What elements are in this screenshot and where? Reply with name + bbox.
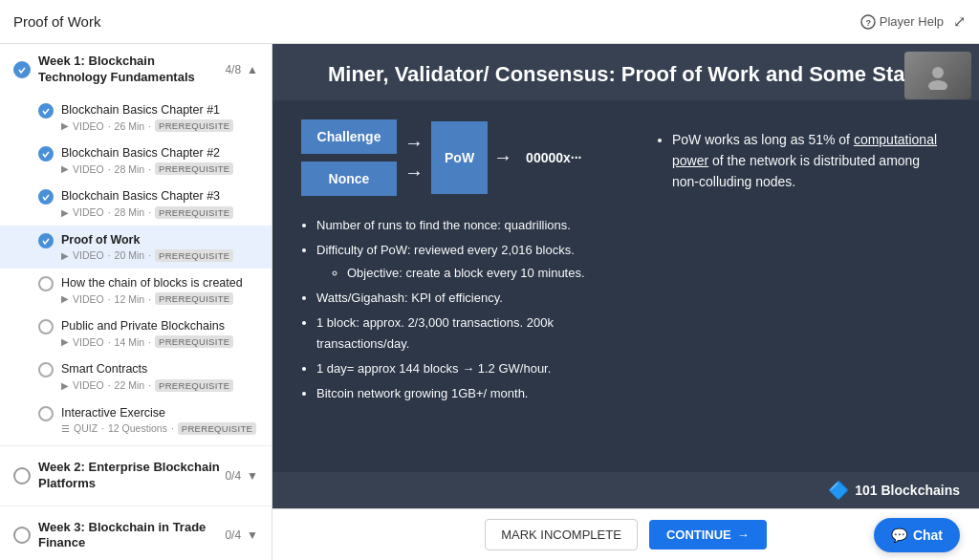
week-3-header[interactable]: Week 3: Blockchain in Trade Finance 0/4 … (0, 510, 272, 560)
week-2-header[interactable]: Week 2: Enterprise Blockchain Platforms … (0, 450, 272, 502)
lesson-item-2[interactable]: Blockchain Basics Chapter #2 ▶ VIDEO · 2… (0, 139, 272, 182)
lesson-4-duration: 20 Min (115, 249, 145, 261)
slide-footer: 🔷 101 Blockchains (272, 472, 979, 508)
lesson-3-duration: 28 Min (115, 206, 145, 218)
slide-title: Miner, Validator/ Consensus: Proof of Wo… (301, 61, 950, 89)
lesson-5-type: VIDEO (73, 293, 104, 305)
lesson-8-circle (38, 406, 54, 421)
lesson-4-title: Proof of Work (61, 232, 258, 248)
lesson-7-title: Smart Contracts (61, 361, 258, 377)
lesson-4-circle (38, 233, 54, 248)
week-3-circle (13, 527, 31, 544)
nonce-box: Nonce (301, 162, 397, 196)
slide-right-panel: PoW works as long as 51% of computationa… (655, 119, 950, 459)
lesson-3-type: VIDEO (73, 206, 104, 218)
lesson-6-tag: PREREQUISITE (155, 335, 233, 348)
bullet-2: Difficulty of PoW: reviewed every 2,016 … (316, 240, 626, 284)
svg-point-2 (932, 67, 944, 78)
content-area: › Miner, Validator/ Consensus: Proof of … (272, 44, 979, 560)
lesson-item-8[interactable]: Interactive Exercise ☰ QUIZ · 12 Questio… (0, 398, 272, 442)
lesson-2-tag: PREREQUISITE (155, 162, 233, 175)
lesson-item-3[interactable]: Blockchain Basics Chapter #3 ▶ VIDEO · 2… (0, 182, 272, 225)
instructor-thumbnail (904, 52, 971, 99)
lesson-5-circle (38, 276, 54, 291)
video-icon-1: ▶ (61, 120, 69, 131)
lesson-item-5[interactable]: How the chain of blocks is created ▶ VID… (0, 269, 272, 312)
lesson-3-title: Blockchain Basics Chapter #3 (61, 188, 258, 204)
lesson-item-7[interactable]: Smart Contracts ▶ VIDEO · 22 Min · PRERE… (0, 355, 272, 398)
arrow-nonce: → (404, 162, 424, 183)
lesson-item-1[interactable]: Blockchain Basics Chapter #1 ▶ VIDEO · 2… (0, 96, 272, 139)
lesson-item-6[interactable]: Public and Private Blockchains ▶ VIDEO ·… (0, 312, 272, 355)
slide: › Miner, Validator/ Consensus: Proof of … (272, 44, 979, 508)
lesson-2-circle (38, 146, 54, 162)
brand-logo: 🔷 101 Blockchains (828, 480, 960, 501)
video-icon-3: ▶ (61, 207, 69, 218)
check-icon-sm (42, 237, 50, 245)
computational-power-link: computational power (672, 132, 937, 168)
lesson-6-title: Public and Private Blockchains (61, 318, 258, 334)
video-icon-6: ▶ (61, 336, 69, 347)
instructor-avatar (924, 61, 952, 90)
challenge-box: Challenge (301, 119, 397, 154)
lesson-7-type: VIDEO (73, 379, 104, 391)
svg-point-3 (928, 80, 947, 90)
lesson-item-4[interactable]: Proof of Work ▶ VIDEO · 20 Min · PREREQU… (0, 226, 272, 269)
lesson-5-duration: 12 Min (115, 293, 145, 305)
week-2-title: Week 2: Enterprise Blockchain Platforms (38, 460, 225, 492)
bullet-6: Bitcoin network growing 1GB+/ month. (316, 383, 626, 404)
lesson-5-title: How the chain of blocks is created (61, 275, 258, 291)
chat-button[interactable]: 💬 Chat (874, 518, 960, 552)
lesson-5-tag: PREREQUISITE (155, 292, 233, 305)
bullet-1: Number of runs to find the nonce: quadri… (316, 215, 626, 236)
lesson-6-type: VIDEO (73, 336, 104, 348)
week-2-chevron: ▼ (247, 469, 258, 483)
brand-icon: 🔷 (828, 480, 849, 501)
chat-label: Chat (913, 528, 943, 543)
lesson-8-duration: 12 Questions (108, 422, 167, 434)
lesson-3-tag: PREREQUISITE (155, 206, 233, 219)
lesson-4-tag: PREREQUISITE (155, 249, 233, 262)
week-2-count: 0/4 (225, 469, 241, 483)
quiz-icon-8: ☰ (61, 423, 70, 434)
week-3-title: Week 3: Blockchain in Trade Finance (38, 520, 225, 552)
check-icon (17, 65, 27, 75)
bullet-3: Watts/Gigahash: KPI of efficiency. (316, 288, 626, 309)
pow-center-box: PoW (431, 121, 488, 194)
week-1-circle (13, 61, 31, 78)
week-1-title: Week 1: Blockchain Technology Fundamenta… (38, 54, 225, 86)
lesson-7-circle (38, 362, 54, 377)
slide-body: Challenge Nonce → → PoW → 00000x··· (272, 100, 979, 472)
video-icon-7: ▶ (61, 380, 69, 391)
player-help-button[interactable]: ? Player Help (860, 14, 944, 30)
lesson-7-duration: 22 Min (115, 379, 145, 391)
week-1-chevron: ▲ (247, 63, 258, 76)
expand-button[interactable]: ⤢ (953, 12, 966, 31)
bottom-bar: MARK INCOMPLETE CONTINUE → 💬 Chat (272, 508, 979, 560)
lesson-4-type: VIDEO (73, 249, 104, 261)
pow-result: 00000x··· (526, 150, 581, 165)
lesson-1-title: Blockchain Basics Chapter #1 (61, 102, 258, 118)
mark-incomplete-button[interactable]: MARK INCOMPLETE (485, 519, 638, 550)
lesson-6-duration: 14 Min (115, 336, 145, 348)
video-icon-2: ▶ (61, 163, 69, 174)
lesson-1-type: VIDEO (73, 120, 104, 132)
continue-label: CONTINUE (666, 528, 731, 542)
lesson-8-type: QUIZ (74, 422, 98, 434)
lesson-3-circle (38, 189, 54, 205)
lesson-1-duration: 26 Min (115, 120, 145, 132)
slide-container: › Miner, Validator/ Consensus: Proof of … (272, 44, 979, 508)
lesson-7-tag: PREREQUISITE (155, 379, 233, 392)
lesson-6-circle (38, 319, 54, 334)
video-icon-5: ▶ (61, 293, 69, 304)
continue-button[interactable]: CONTINUE → (649, 520, 767, 549)
week-3-chevron: ▼ (247, 528, 258, 542)
pow-input-boxes: Challenge Nonce (301, 119, 397, 196)
arrow-pow: → (493, 146, 512, 168)
week-1-header[interactable]: Week 1: Blockchain Technology Fundamenta… (0, 44, 272, 96)
week-1-count: 4/8 (225, 63, 241, 76)
page-title: Proof of Work (13, 13, 100, 30)
right-bullet-1: PoW works as long as 51% of computationa… (672, 129, 950, 193)
lesson-1-circle (38, 103, 54, 118)
slide-bullets: Number of runs to find the nonce: quadri… (301, 215, 626, 409)
